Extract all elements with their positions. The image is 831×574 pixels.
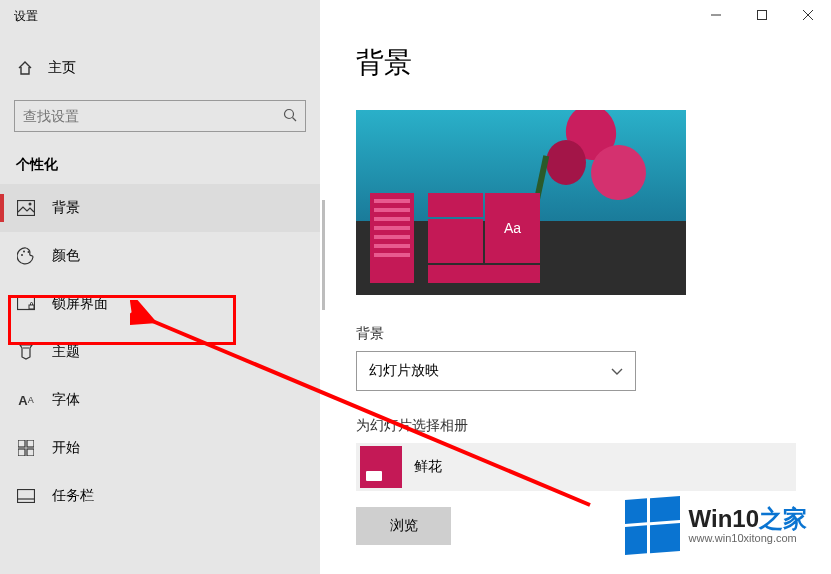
fonts-icon: AA <box>16 393 36 408</box>
svg-line-5 <box>293 117 297 121</box>
sidebar: 主页 个性化 背景 颜色 <box>0 0 320 574</box>
scrollbar-indicator[interactable] <box>322 200 325 310</box>
sidebar-item-label: 颜色 <box>52 247 80 265</box>
svg-point-7 <box>29 203 32 206</box>
svg-rect-14 <box>18 440 25 447</box>
flower-decoration <box>536 110 656 215</box>
svg-rect-17 <box>27 449 34 456</box>
album-label: 为幻灯片选择相册 <box>356 417 831 435</box>
themes-icon <box>16 343 36 361</box>
content-area: 背景 <box>320 0 831 574</box>
maximize-button[interactable] <box>739 0 785 30</box>
dropdown-value: 幻灯片放映 <box>369 362 439 380</box>
sidebar-item-label: 字体 <box>52 391 80 409</box>
preview-thumbnail: Aa <box>356 110 686 295</box>
search-box[interactable] <box>14 100 306 132</box>
page-title: 背景 <box>356 44 831 82</box>
palette-icon <box>16 247 36 265</box>
svg-rect-15 <box>27 440 34 447</box>
album-thumbnail <box>360 446 402 488</box>
home-nav[interactable]: 主页 <box>0 48 320 88</box>
window-controls <box>693 0 831 30</box>
windows-logo-icon <box>625 496 679 554</box>
watermark-url: www.win10xitong.com <box>689 532 807 545</box>
sidebar-item-background[interactable]: 背景 <box>0 184 320 232</box>
album-item[interactable]: 鲜花 <box>356 443 796 491</box>
svg-point-9 <box>23 251 25 253</box>
svg-point-10 <box>28 251 30 253</box>
sidebar-item-taskbar[interactable]: 任务栏 <box>0 472 320 520</box>
close-button[interactable] <box>785 0 831 30</box>
home-icon <box>16 60 34 76</box>
sidebar-item-label: 任务栏 <box>52 487 94 505</box>
sidebar-item-themes[interactable]: 主题 <box>0 328 320 376</box>
watermark-title: Win10之家 <box>689 505 807 533</box>
window-title: 设置 <box>0 0 52 33</box>
search-input[interactable] <box>23 108 277 124</box>
search-icon <box>283 108 297 125</box>
svg-point-8 <box>21 254 23 256</box>
svg-rect-1 <box>758 11 767 20</box>
sidebar-item-label: 开始 <box>52 439 80 457</box>
home-label: 主页 <box>48 59 76 77</box>
svg-point-4 <box>285 109 294 118</box>
browse-button[interactable]: 浏览 <box>356 507 451 545</box>
preview-tiles: Aa <box>370 185 540 285</box>
sidebar-item-start[interactable]: 开始 <box>0 424 320 472</box>
taskbar-icon <box>16 489 36 503</box>
chevron-down-icon <box>611 363 623 379</box>
start-icon <box>16 440 36 456</box>
preview-sample-text: Aa <box>485 193 540 263</box>
minimize-button[interactable] <box>693 0 739 30</box>
svg-rect-12 <box>29 305 34 309</box>
background-label: 背景 <box>356 325 831 343</box>
category-label: 个性化 <box>0 142 320 184</box>
background-dropdown[interactable]: 幻灯片放映 <box>356 351 636 391</box>
svg-rect-18 <box>18 490 35 503</box>
sidebar-item-colors[interactable]: 颜色 <box>0 232 320 280</box>
album-name: 鲜花 <box>414 458 442 476</box>
browse-label: 浏览 <box>390 517 418 535</box>
sidebar-item-label: 锁屏界面 <box>52 295 108 313</box>
lockscreen-icon <box>16 296 36 312</box>
picture-icon <box>16 200 36 216</box>
sidebar-item-label: 主题 <box>52 343 80 361</box>
svg-rect-6 <box>18 201 35 216</box>
sidebar-item-lockscreen[interactable]: 锁屏界面 <box>0 280 320 328</box>
sidebar-item-fonts[interactable]: AA 字体 <box>0 376 320 424</box>
titlebar: 设置 <box>0 0 831 36</box>
sidebar-item-label: 背景 <box>52 199 80 217</box>
svg-rect-16 <box>18 449 25 456</box>
search-container <box>0 88 320 142</box>
watermark: Win10之家 www.win10xitong.com <box>619 494 813 556</box>
